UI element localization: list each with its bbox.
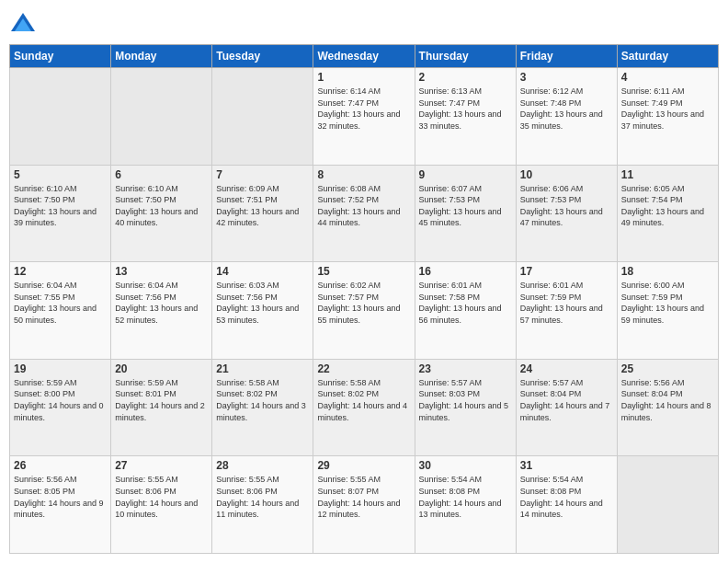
day-number: 14 bbox=[216, 265, 309, 278]
day-info: Sunrise: 5:55 AMSunset: 8:07 PMDaylight:… bbox=[317, 474, 410, 520]
day-info: Sunrise: 6:05 AMSunset: 7:54 PMDaylight:… bbox=[621, 183, 714, 229]
day-number: 18 bbox=[621, 265, 714, 278]
weekday-header-row: SundayMondayTuesdayWednesdayThursdayFrid… bbox=[10, 45, 719, 68]
calendar-cell: 19Sunrise: 5:59 AMSunset: 8:00 PMDayligh… bbox=[10, 359, 111, 456]
calendar-cell bbox=[10, 68, 111, 166]
day-number: 2 bbox=[419, 71, 512, 84]
weekday-header-thursday: Thursday bbox=[415, 45, 516, 68]
day-number: 11 bbox=[621, 168, 714, 181]
calendar-cell: 23Sunrise: 5:57 AMSunset: 8:03 PMDayligh… bbox=[415, 359, 516, 456]
calendar-cell: 14Sunrise: 6:03 AMSunset: 7:56 PMDayligh… bbox=[212, 262, 313, 360]
calendar-cell: 10Sunrise: 6:06 AMSunset: 7:53 PMDayligh… bbox=[516, 165, 617, 262]
logo-icon bbox=[9, 9, 37, 37]
week-row-2: 12Sunrise: 6:04 AMSunset: 7:55 PMDayligh… bbox=[10, 262, 719, 360]
weekday-header-friday: Friday bbox=[516, 45, 617, 68]
day-number: 30 bbox=[419, 459, 512, 472]
day-number: 31 bbox=[520, 459, 613, 472]
day-info: Sunrise: 6:12 AMSunset: 7:48 PMDaylight:… bbox=[520, 86, 613, 132]
day-number: 20 bbox=[115, 362, 208, 375]
calendar-cell: 21Sunrise: 5:58 AMSunset: 8:02 PMDayligh… bbox=[212, 359, 313, 456]
calendar-cell: 30Sunrise: 5:54 AMSunset: 8:08 PMDayligh… bbox=[415, 456, 516, 554]
day-info: Sunrise: 6:00 AMSunset: 7:59 PMDaylight:… bbox=[621, 280, 714, 326]
day-number: 29 bbox=[317, 459, 410, 472]
calendar-cell: 20Sunrise: 5:59 AMSunset: 8:01 PMDayligh… bbox=[111, 359, 212, 456]
day-info: Sunrise: 5:58 AMSunset: 8:02 PMDaylight:… bbox=[216, 377, 309, 423]
day-number: 12 bbox=[14, 265, 107, 278]
day-number: 24 bbox=[520, 362, 613, 375]
day-info: Sunrise: 5:54 AMSunset: 8:08 PMDaylight:… bbox=[419, 474, 512, 520]
day-number: 27 bbox=[115, 459, 208, 472]
calendar-cell: 22Sunrise: 5:58 AMSunset: 8:02 PMDayligh… bbox=[313, 359, 415, 456]
calendar: SundayMondayTuesdayWednesdayThursdayFrid… bbox=[9, 44, 719, 554]
day-info: Sunrise: 6:04 AMSunset: 7:56 PMDaylight:… bbox=[115, 280, 208, 326]
day-number: 1 bbox=[317, 71, 410, 84]
day-number: 8 bbox=[317, 168, 410, 181]
day-number: 22 bbox=[317, 362, 410, 375]
day-info: Sunrise: 6:11 AMSunset: 7:49 PMDaylight:… bbox=[621, 86, 714, 132]
day-number: 26 bbox=[14, 459, 107, 472]
day-info: Sunrise: 6:10 AMSunset: 7:50 PMDaylight:… bbox=[115, 183, 208, 229]
calendar-cell: 9Sunrise: 6:07 AMSunset: 7:53 PMDaylight… bbox=[415, 165, 516, 262]
day-info: Sunrise: 6:04 AMSunset: 7:55 PMDaylight:… bbox=[14, 280, 107, 326]
page: SundayMondayTuesdayWednesdayThursdayFrid… bbox=[0, 0, 728, 563]
weekday-header-monday: Monday bbox=[111, 45, 212, 68]
day-info: Sunrise: 5:57 AMSunset: 8:03 PMDaylight:… bbox=[419, 377, 512, 423]
logo bbox=[9, 9, 40, 37]
day-info: Sunrise: 6:14 AMSunset: 7:47 PMDaylight:… bbox=[317, 86, 410, 132]
calendar-cell: 2Sunrise: 6:13 AMSunset: 7:47 PMDaylight… bbox=[415, 68, 516, 166]
calendar-cell: 31Sunrise: 5:54 AMSunset: 8:08 PMDayligh… bbox=[516, 456, 617, 554]
day-number: 9 bbox=[419, 168, 512, 181]
day-number: 16 bbox=[419, 265, 512, 278]
calendar-cell: 7Sunrise: 6:09 AMSunset: 7:51 PMDaylight… bbox=[212, 165, 313, 262]
day-info: Sunrise: 5:59 AMSunset: 8:01 PMDaylight:… bbox=[115, 377, 208, 423]
day-number: 15 bbox=[317, 265, 410, 278]
calendar-cell: 3Sunrise: 6:12 AMSunset: 7:48 PMDaylight… bbox=[516, 68, 617, 166]
day-number: 25 bbox=[621, 362, 714, 375]
day-info: Sunrise: 5:55 AMSunset: 8:06 PMDaylight:… bbox=[115, 474, 208, 520]
calendar-cell bbox=[111, 68, 212, 166]
day-info: Sunrise: 6:06 AMSunset: 7:53 PMDaylight:… bbox=[520, 183, 613, 229]
calendar-cell: 4Sunrise: 6:11 AMSunset: 7:49 PMDaylight… bbox=[617, 68, 718, 166]
day-number: 28 bbox=[216, 459, 309, 472]
day-number: 5 bbox=[14, 168, 107, 181]
day-info: Sunrise: 5:57 AMSunset: 8:04 PMDaylight:… bbox=[520, 377, 613, 423]
day-info: Sunrise: 6:02 AMSunset: 7:57 PMDaylight:… bbox=[317, 280, 410, 326]
day-info: Sunrise: 5:56 AMSunset: 8:04 PMDaylight:… bbox=[621, 377, 714, 423]
week-row-3: 19Sunrise: 5:59 AMSunset: 8:00 PMDayligh… bbox=[10, 359, 719, 456]
day-number: 13 bbox=[115, 265, 208, 278]
calendar-cell: 13Sunrise: 6:04 AMSunset: 7:56 PMDayligh… bbox=[111, 262, 212, 360]
weekday-header-wednesday: Wednesday bbox=[313, 45, 415, 68]
calendar-cell: 11Sunrise: 6:05 AMSunset: 7:54 PMDayligh… bbox=[617, 165, 718, 262]
calendar-cell: 24Sunrise: 5:57 AMSunset: 8:04 PMDayligh… bbox=[516, 359, 617, 456]
day-info: Sunrise: 6:10 AMSunset: 7:50 PMDaylight:… bbox=[14, 183, 107, 229]
day-info: Sunrise: 6:09 AMSunset: 7:51 PMDaylight:… bbox=[216, 183, 309, 229]
calendar-cell: 18Sunrise: 6:00 AMSunset: 7:59 PMDayligh… bbox=[617, 262, 718, 360]
calendar-cell bbox=[212, 68, 313, 166]
weekday-header-saturday: Saturday bbox=[617, 45, 718, 68]
day-number: 19 bbox=[14, 362, 107, 375]
calendar-cell: 17Sunrise: 6:01 AMSunset: 7:59 PMDayligh… bbox=[516, 262, 617, 360]
calendar-cell: 6Sunrise: 6:10 AMSunset: 7:50 PMDaylight… bbox=[111, 165, 212, 262]
header bbox=[9, 9, 719, 37]
day-number: 4 bbox=[621, 71, 714, 84]
weekday-header-tuesday: Tuesday bbox=[212, 45, 313, 68]
day-info: Sunrise: 5:56 AMSunset: 8:05 PMDaylight:… bbox=[14, 474, 107, 520]
day-info: Sunrise: 6:01 AMSunset: 7:59 PMDaylight:… bbox=[520, 280, 613, 326]
day-number: 17 bbox=[520, 265, 613, 278]
day-number: 3 bbox=[520, 71, 613, 84]
calendar-cell bbox=[617, 456, 718, 554]
week-row-4: 26Sunrise: 5:56 AMSunset: 8:05 PMDayligh… bbox=[10, 456, 719, 554]
calendar-cell: 15Sunrise: 6:02 AMSunset: 7:57 PMDayligh… bbox=[313, 262, 415, 360]
calendar-cell: 8Sunrise: 6:08 AMSunset: 7:52 PMDaylight… bbox=[313, 165, 415, 262]
day-info: Sunrise: 6:01 AMSunset: 7:58 PMDaylight:… bbox=[419, 280, 512, 326]
day-info: Sunrise: 5:58 AMSunset: 8:02 PMDaylight:… bbox=[317, 377, 410, 423]
calendar-cell: 29Sunrise: 5:55 AMSunset: 8:07 PMDayligh… bbox=[313, 456, 415, 554]
day-info: Sunrise: 6:03 AMSunset: 7:56 PMDaylight:… bbox=[216, 280, 309, 326]
day-number: 21 bbox=[216, 362, 309, 375]
weekday-header-sunday: Sunday bbox=[10, 45, 111, 68]
day-info: Sunrise: 5:55 AMSunset: 8:06 PMDaylight:… bbox=[216, 474, 309, 520]
day-info: Sunrise: 6:08 AMSunset: 7:52 PMDaylight:… bbox=[317, 183, 410, 229]
day-info: Sunrise: 6:07 AMSunset: 7:53 PMDaylight:… bbox=[419, 183, 512, 229]
day-info: Sunrise: 6:13 AMSunset: 7:47 PMDaylight:… bbox=[419, 86, 512, 132]
calendar-cell: 27Sunrise: 5:55 AMSunset: 8:06 PMDayligh… bbox=[111, 456, 212, 554]
